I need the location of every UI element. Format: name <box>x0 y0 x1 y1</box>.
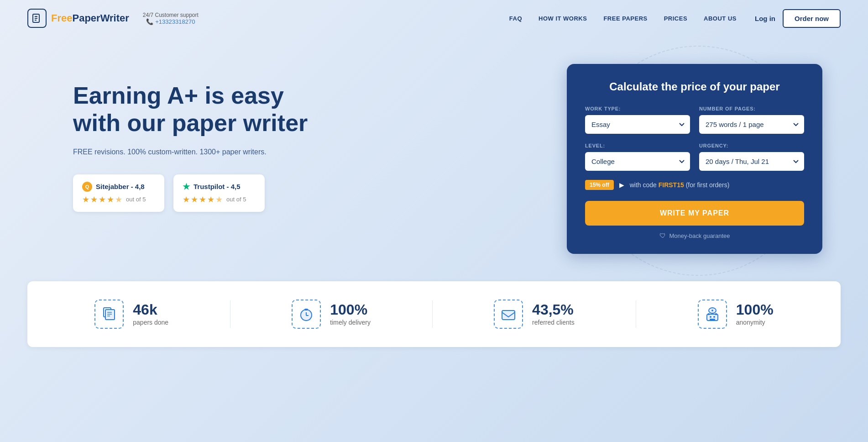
tp-star-3: ★ <box>199 195 206 205</box>
calculator-title: Calculate the price of your paper <box>585 80 804 93</box>
hero-section: Earning A+ is easy with our paper writer… <box>0 37 868 281</box>
work-type-group: WORK TYPE: Essay Research Paper Term Pap… <box>585 106 690 134</box>
promo-row: 15% off ▶ with code FIRST15 (for first o… <box>585 180 804 190</box>
logo-area: FreePaperWriter <box>27 9 129 28</box>
trustpilot-label: Trustpilot - 4,5 <box>193 183 241 190</box>
nav-links: FAQ HOW IT WORKS FREE PAPERS PRICES ABOU… <box>509 14 737 22</box>
star-2: ★ <box>90 195 98 205</box>
stat-divider-1 <box>230 300 230 328</box>
form-row-1: WORK TYPE: Essay Research Paper Term Pap… <box>585 106 804 134</box>
order-now-button[interactable]: Order now <box>783 9 841 28</box>
timely-delivery-icon <box>292 300 321 329</box>
svg-point-15 <box>710 316 711 318</box>
sitejabber-icon: Q <box>82 182 92 192</box>
nav-link-how[interactable]: HOW IT WORKS <box>539 15 587 22</box>
shield-icon: 🛡 <box>659 232 666 239</box>
logo-free: Free <box>51 12 72 24</box>
stat-anonymity: 100% anonymity <box>698 300 774 329</box>
urgency-label: URGENCY: <box>699 143 804 148</box>
pages-select[interactable]: 275 words / 1 page 550 words / 2 pages 8… <box>699 115 804 134</box>
login-button[interactable]: Log in <box>755 15 775 22</box>
svg-rect-19 <box>710 319 715 320</box>
trustpilot-out: out of 5 <box>226 196 246 203</box>
urgency-group: URGENCY: 20 days / Thu, Jul 21 14 days 7… <box>699 143 804 171</box>
svg-rect-17 <box>708 313 710 315</box>
calculator-card: Calculate the price of your paper WORK T… <box>567 64 822 254</box>
star-3: ★ <box>99 195 106 205</box>
nav-link-faq[interactable]: FAQ <box>509 15 522 22</box>
header: FreePaperWriter 24/7 Customer support 📞 … <box>0 0 868 37</box>
papers-done-icon <box>94 300 124 329</box>
referred-clients-icon <box>494 300 523 329</box>
tp-star-2: ★ <box>191 195 198 205</box>
promo-text: with code FIRST15 (for first orders) <box>630 181 730 189</box>
promo-suffix: (for first orders) <box>686 181 730 189</box>
trustpilot-header: ★ Trustpilot - 4,5 <box>183 182 256 192</box>
stat-timely-text: 100% timely delivery <box>330 302 371 326</box>
stat-papers-text: 46k papers done <box>133 302 168 326</box>
nav-item-papers[interactable]: FREE PAPERS <box>603 14 647 22</box>
svg-rect-12 <box>304 309 308 310</box>
form-row-2: LEVEL: High School College University Ma… <box>585 143 804 171</box>
stat-referred-text: 43,5% referred clients <box>532 302 575 326</box>
nav-link-about[interactable]: ABOUT US <box>704 15 737 22</box>
trustpilot-stars: ★ ★ ★ ★ ★ out of 5 <box>183 195 256 205</box>
logo-icon <box>27 9 47 28</box>
star-1: ★ <box>82 195 89 205</box>
svg-rect-13 <box>502 310 515 320</box>
referred-label: referred clients <box>532 319 575 326</box>
hero-title: Earning A+ is easy with our paper writer <box>73 82 308 137</box>
nav-link-prices[interactable]: PRICES <box>664 15 687 22</box>
stat-divider-3 <box>636 300 636 328</box>
sitejabber-label: Sitejabber - 4,8 <box>96 183 145 190</box>
svg-rect-5 <box>105 310 115 320</box>
level-select[interactable]: High School College University Master's … <box>585 152 690 171</box>
promo-code: FIRST15 <box>659 181 684 189</box>
svg-point-16 <box>713 316 715 318</box>
tp-star-1: ★ <box>183 195 190 205</box>
hero-left: Earning A+ is easy with our paper writer… <box>73 64 308 212</box>
level-label: LEVEL: <box>585 143 690 148</box>
timely-label: timely delivery <box>330 319 371 326</box>
referred-number: 43,5% <box>532 302 575 317</box>
urgency-select[interactable]: 20 days / Thu, Jul 21 14 days 7 days 3 d… <box>699 152 804 171</box>
stat-timely-delivery: 100% timely delivery <box>292 300 371 329</box>
work-type-select[interactable]: Essay Research Paper Term Paper Thesis D… <box>585 115 690 134</box>
nav-item-prices[interactable]: PRICES <box>664 14 687 22</box>
nav-link-papers[interactable]: FREE PAPERS <box>603 15 647 22</box>
stat-divider-2 <box>432 300 433 328</box>
stat-referred-clients: 43,5% referred clients <box>494 300 575 329</box>
anonymity-icon <box>698 300 727 329</box>
stats-bar: 46k papers done 100% timely delivery <box>27 281 841 347</box>
logo-text: FreePaperWriter <box>51 12 129 24</box>
write-paper-button[interactable]: WRITE MY PAPER <box>585 201 804 226</box>
pages-label: NUMBER OF PAGES: <box>699 106 804 111</box>
main-nav: FAQ HOW IT WORKS FREE PAPERS PRICES ABOU… <box>509 14 737 22</box>
guarantee-text: Money-back guarantee <box>669 232 730 239</box>
svg-point-21 <box>711 310 713 311</box>
papers-done-number: 46k <box>133 302 168 317</box>
level-group: LEVEL: High School College University Ma… <box>585 143 690 171</box>
rating-card-sitejabber: Q Sitejabber - 4,8 ★ ★ ★ ★ ★ out of 5 <box>73 174 164 212</box>
sitejabber-stars: ★ ★ ★ ★ ★ out of 5 <box>82 195 155 205</box>
nav-item-faq[interactable]: FAQ <box>509 14 522 22</box>
tp-star-4: ★ <box>207 195 214 205</box>
papers-done-label: papers done <box>133 319 168 326</box>
pages-group: NUMBER OF PAGES: 275 words / 1 page 550 … <box>699 106 804 134</box>
stat-papers-done: 46k papers done <box>94 300 168 329</box>
support-label: 24/7 Customer support <box>143 12 199 18</box>
anonymity-number: 100% <box>736 302 774 317</box>
promo-badge: 15% off <box>585 180 614 190</box>
anonymity-label: anonymity <box>736 319 774 326</box>
support-phone[interactable]: 📞 +13323318270 <box>146 18 195 25</box>
work-type-label: WORK TYPE: <box>585 106 690 111</box>
trustpilot-icon: ★ <box>183 182 190 192</box>
sitejabber-out: out of 5 <box>126 196 146 203</box>
nav-item-how[interactable]: HOW IT WORKS <box>539 14 587 22</box>
nav-item-about[interactable]: ABOUT US <box>704 14 737 22</box>
hero-subtitle: FREE revisions. 100% custom-written. 130… <box>73 148 308 156</box>
header-actions: Log in Order now <box>755 9 841 28</box>
promo-arrow-icon: ▶ <box>619 181 624 189</box>
ratings-area: Q Sitejabber - 4,8 ★ ★ ★ ★ ★ out of 5 ★ … <box>73 174 308 212</box>
support-area: 24/7 Customer support 📞 +13323318270 <box>143 12 199 25</box>
